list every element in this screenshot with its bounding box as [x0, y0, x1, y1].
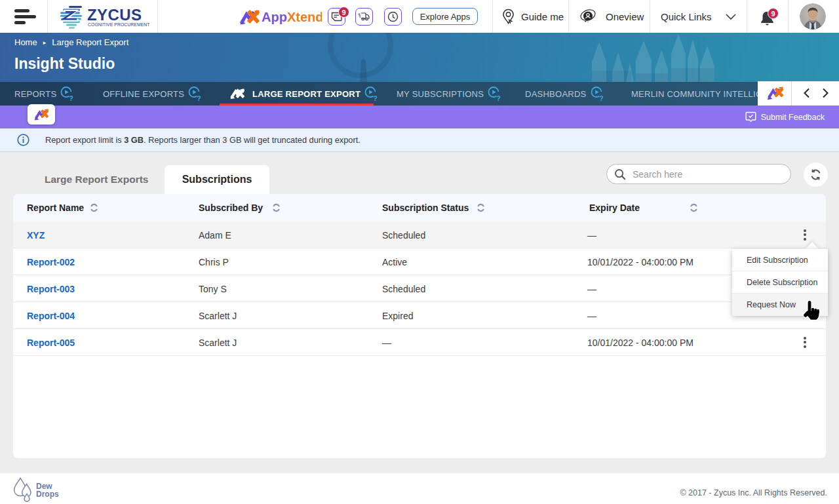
- svg-text:?: ?: [599, 94, 604, 102]
- svg-text:ZYCUS: ZYCUS: [87, 6, 142, 24]
- svg-text:?: ?: [69, 94, 74, 102]
- svg-text:?: ?: [496, 94, 501, 102]
- svg-text:AppXtend: AppXtend: [262, 10, 322, 24]
- svg-text:?: ?: [197, 94, 201, 102]
- svg-text:COGNITIVE PROCUREMENT: COGNITIVE PROCUREMENT: [88, 22, 150, 27]
- svg-text:?: ?: [373, 94, 378, 102]
